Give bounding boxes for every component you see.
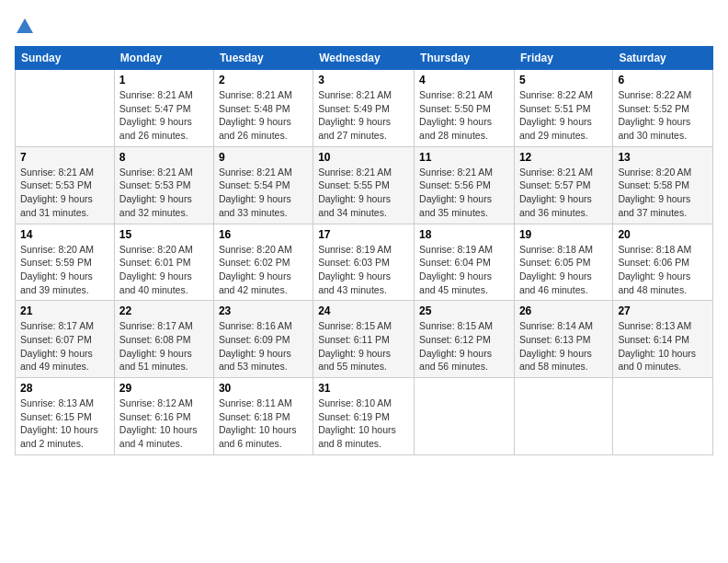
day-number: 3: [318, 74, 409, 86]
day-info: Sunrise: 8:21 AM Sunset: 5:57 PM Dayligh…: [519, 166, 608, 220]
day-cell: 1Sunrise: 8:21 AM Sunset: 5:47 PM Daylig…: [114, 70, 213, 147]
day-number: 12: [519, 151, 608, 164]
day-number: 6: [618, 74, 708, 86]
day-info: Sunrise: 8:16 AM Sunset: 6:09 PM Dayligh…: [219, 319, 308, 373]
day-number: 5: [519, 74, 608, 86]
day-info: Sunrise: 8:21 AM Sunset: 5:53 PM Dayligh…: [20, 166, 109, 220]
day-number: 24: [318, 304, 409, 317]
day-cell: 25Sunrise: 8:15 AM Sunset: 6:12 PM Dayli…: [415, 301, 515, 378]
day-cell: [16, 70, 115, 147]
day-number: 9: [219, 151, 308, 164]
day-cell: 12Sunrise: 8:21 AM Sunset: 5:57 PM Dayli…: [514, 146, 612, 224]
day-info: Sunrise: 8:19 AM Sunset: 6:03 PM Dayligh…: [318, 243, 409, 297]
day-cell: 24Sunrise: 8:15 AM Sunset: 6:11 PM Dayli…: [313, 301, 415, 378]
day-cell: [415, 378, 515, 455]
day-number: 2: [219, 74, 308, 86]
day-cell: 28Sunrise: 8:13 AM Sunset: 6:15 PM Dayli…: [16, 378, 115, 455]
week-row-5: 28Sunrise: 8:13 AM Sunset: 6:15 PM Dayli…: [16, 378, 713, 455]
day-cell: 20Sunrise: 8:18 AM Sunset: 6:06 PM Dayli…: [613, 224, 713, 301]
day-info: Sunrise: 8:15 AM Sunset: 6:11 PM Dayligh…: [318, 319, 409, 373]
week-row-3: 14Sunrise: 8:20 AM Sunset: 5:59 PM Dayli…: [16, 224, 713, 301]
day-info: Sunrise: 8:21 AM Sunset: 5:54 PM Dayligh…: [219, 166, 308, 220]
day-number: 13: [618, 151, 708, 164]
day-cell: 30Sunrise: 8:11 AM Sunset: 6:18 PM Dayli…: [213, 378, 313, 455]
day-info: Sunrise: 8:21 AM Sunset: 5:47 PM Dayligh…: [119, 88, 209, 143]
day-cell: 29Sunrise: 8:12 AM Sunset: 6:16 PM Dayli…: [114, 378, 213, 455]
day-cell: 16Sunrise: 8:20 AM Sunset: 6:02 PM Dayli…: [213, 224, 313, 301]
day-cell: 22Sunrise: 8:17 AM Sunset: 6:08 PM Dayli…: [114, 301, 213, 378]
day-cell: 11Sunrise: 8:21 AM Sunset: 5:56 PM Dayli…: [415, 146, 515, 224]
day-cell: 23Sunrise: 8:16 AM Sunset: 6:09 PM Dayli…: [213, 301, 313, 378]
day-info: Sunrise: 8:20 AM Sunset: 6:02 PM Dayligh…: [219, 243, 308, 297]
day-cell: 21Sunrise: 8:17 AM Sunset: 6:07 PM Dayli…: [16, 301, 115, 378]
day-number: 14: [20, 228, 109, 241]
day-cell: 7Sunrise: 8:21 AM Sunset: 5:53 PM Daylig…: [16, 146, 115, 224]
day-info: Sunrise: 8:19 AM Sunset: 6:04 PM Dayligh…: [419, 243, 509, 297]
day-number: 23: [219, 304, 308, 317]
day-number: 31: [318, 382, 409, 395]
day-cell: 9Sunrise: 8:21 AM Sunset: 5:54 PM Daylig…: [213, 146, 313, 224]
day-cell: 4Sunrise: 8:21 AM Sunset: 5:50 PM Daylig…: [415, 70, 515, 147]
page: SundayMondayTuesdayWednesdayThursdayFrid…: [0, 0, 728, 563]
week-row-1: 1Sunrise: 8:21 AM Sunset: 5:47 PM Daylig…: [16, 70, 713, 147]
day-info: Sunrise: 8:14 AM Sunset: 6:13 PM Dayligh…: [519, 319, 608, 373]
day-info: Sunrise: 8:21 AM Sunset: 5:53 PM Dayligh…: [119, 166, 209, 220]
day-cell: 19Sunrise: 8:18 AM Sunset: 6:05 PM Dayli…: [514, 224, 612, 301]
week-row-4: 21Sunrise: 8:17 AM Sunset: 6:07 PM Dayli…: [16, 301, 713, 378]
day-number: 30: [219, 382, 308, 395]
day-info: Sunrise: 8:21 AM Sunset: 5:50 PM Dayligh…: [419, 88, 509, 143]
day-cell: 5Sunrise: 8:22 AM Sunset: 5:51 PM Daylig…: [514, 70, 612, 147]
day-number: 17: [318, 228, 409, 241]
day-number: 26: [519, 304, 608, 317]
day-info: Sunrise: 8:22 AM Sunset: 5:51 PM Dayligh…: [519, 88, 608, 143]
col-header-saturday: Saturday: [613, 47, 713, 70]
logo-icon: [15, 17, 35, 37]
day-info: Sunrise: 8:22 AM Sunset: 5:52 PM Dayligh…: [618, 88, 708, 143]
day-cell: 6Sunrise: 8:22 AM Sunset: 5:52 PM Daylig…: [613, 70, 713, 147]
day-number: 8: [119, 151, 209, 164]
day-cell: [613, 378, 713, 455]
day-number: 7: [20, 151, 109, 164]
day-cell: 8Sunrise: 8:21 AM Sunset: 5:53 PM Daylig…: [114, 146, 213, 224]
col-header-friday: Friday: [514, 47, 612, 70]
day-info: Sunrise: 8:13 AM Sunset: 6:15 PM Dayligh…: [20, 396, 109, 451]
day-number: 21: [20, 304, 109, 317]
day-number: 27: [618, 304, 708, 317]
day-cell: 17Sunrise: 8:19 AM Sunset: 6:03 PM Dayli…: [313, 224, 415, 301]
week-row-2: 7Sunrise: 8:21 AM Sunset: 5:53 PM Daylig…: [16, 146, 713, 224]
day-info: Sunrise: 8:21 AM Sunset: 5:49 PM Dayligh…: [318, 88, 409, 143]
day-info: Sunrise: 8:20 AM Sunset: 5:59 PM Dayligh…: [20, 243, 109, 297]
day-info: Sunrise: 8:21 AM Sunset: 5:56 PM Dayligh…: [419, 166, 509, 220]
day-number: 11: [419, 151, 509, 164]
day-cell: 18Sunrise: 8:19 AM Sunset: 6:04 PM Dayli…: [415, 224, 515, 301]
day-info: Sunrise: 8:11 AM Sunset: 6:18 PM Dayligh…: [219, 396, 308, 451]
col-header-tuesday: Tuesday: [213, 47, 313, 70]
day-number: 1: [119, 74, 209, 86]
day-info: Sunrise: 8:20 AM Sunset: 6:01 PM Dayligh…: [119, 243, 209, 297]
day-info: Sunrise: 8:18 AM Sunset: 6:06 PM Dayligh…: [618, 243, 708, 297]
day-number: 10: [318, 151, 409, 164]
header: [15, 15, 713, 37]
day-info: Sunrise: 8:13 AM Sunset: 6:14 PM Dayligh…: [618, 319, 708, 373]
day-cell: 26Sunrise: 8:14 AM Sunset: 6:13 PM Dayli…: [514, 301, 612, 378]
day-info: Sunrise: 8:17 AM Sunset: 6:08 PM Dayligh…: [119, 319, 209, 373]
day-cell: 3Sunrise: 8:21 AM Sunset: 5:49 PM Daylig…: [313, 70, 415, 147]
day-number: 25: [419, 304, 509, 317]
col-header-sunday: Sunday: [16, 47, 115, 70]
day-number: 22: [119, 304, 209, 317]
col-header-thursday: Thursday: [415, 47, 515, 70]
day-info: Sunrise: 8:15 AM Sunset: 6:12 PM Dayligh…: [419, 319, 509, 373]
day-info: Sunrise: 8:10 AM Sunset: 6:19 PM Dayligh…: [318, 396, 409, 451]
day-info: Sunrise: 8:12 AM Sunset: 6:16 PM Dayligh…: [119, 396, 209, 451]
col-header-monday: Monday: [114, 47, 213, 70]
day-number: 19: [519, 228, 608, 241]
day-cell: 13Sunrise: 8:20 AM Sunset: 5:58 PM Dayli…: [613, 146, 713, 224]
day-cell: 31Sunrise: 8:10 AM Sunset: 6:19 PM Dayli…: [313, 378, 415, 455]
svg-marker-0: [17, 18, 33, 33]
day-cell: 27Sunrise: 8:13 AM Sunset: 6:14 PM Dayli…: [613, 301, 713, 378]
day-cell: [514, 378, 612, 455]
logo: [15, 15, 39, 37]
day-number: 15: [119, 228, 209, 241]
day-number: 16: [219, 228, 308, 241]
day-number: 18: [419, 228, 509, 241]
